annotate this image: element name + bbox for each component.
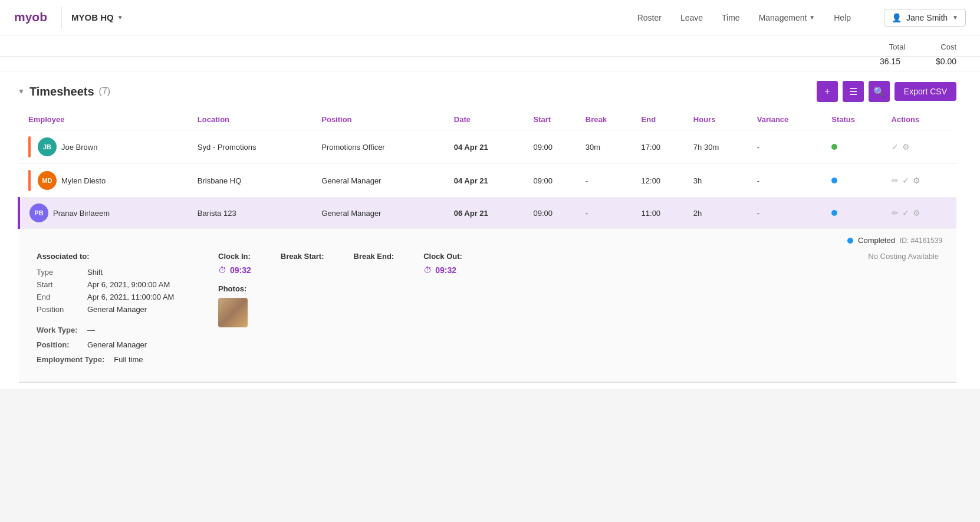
gear-action[interactable]: ⚙ xyxy=(913,176,920,185)
cost-label: Cost xyxy=(940,42,956,51)
clock-in-section: Clock In: ⏱ 09:32 Photos: xyxy=(218,252,251,329)
col-break: Break xyxy=(581,109,637,130)
user-menu[interactable]: 👤 Jane Smith ▼ xyxy=(884,9,966,27)
employee-cell-mylen: MD Mylen Diesto xyxy=(28,170,188,191)
approve-action[interactable]: ✓ xyxy=(892,142,899,152)
table-row: PB Pranav Birlaeem Barista 123 General M… xyxy=(19,198,956,229)
costing-section: No Costing Available xyxy=(868,252,939,261)
cell-variance: - xyxy=(752,198,827,229)
navbar: myob MYOB HQ ▼ Roster Leave Time Managem… xyxy=(0,0,980,35)
clock-out-section: Clock Out: ⏱ 09:32 xyxy=(423,252,462,275)
search-icon: 🔍 xyxy=(873,86,885,97)
gear-action[interactable]: ⚙ xyxy=(902,142,910,152)
col-employee: Employee xyxy=(19,109,193,130)
associated-section: Associated to: Type Shift Start Apr 6, 2… xyxy=(37,252,190,367)
management-chevron-icon: ▼ xyxy=(809,14,815,21)
table-header: Employee Location Position Date Start Br… xyxy=(19,109,956,130)
edit-action[interactable]: ✏ xyxy=(892,208,899,218)
add-button[interactable]: + xyxy=(817,81,838,102)
cell-status xyxy=(827,130,886,164)
gear-action[interactable]: ⚙ xyxy=(913,208,920,218)
break-end-label: Break End: xyxy=(354,252,394,261)
col-hours: Hours xyxy=(689,109,752,130)
nav-roster[interactable]: Roster xyxy=(637,13,662,22)
cell-date: 04 Apr 21 xyxy=(449,164,529,198)
employee-name: Joe Brown xyxy=(61,143,97,152)
cell-location: Brisbane HQ xyxy=(193,164,317,198)
field-type-value: Shift xyxy=(87,268,103,277)
field-end-label: End xyxy=(37,293,78,301)
cell-actions: ✏ ✓ ⚙ xyxy=(887,198,956,229)
employment-type-value: Full time xyxy=(114,355,143,364)
cell-variance: - xyxy=(752,130,827,164)
cell-position: Promotions Officer xyxy=(317,130,449,164)
employee-name: Pranav Birlaeem xyxy=(53,209,110,218)
svg-text:myob: myob xyxy=(14,10,47,24)
brand-chevron-icon: ▼ xyxy=(117,14,123,21)
cell-actions: ✓ ⚙ xyxy=(887,130,956,164)
cell-hours: 3h xyxy=(689,164,752,198)
timesheets-table: Employee Location Position Date Start Br… xyxy=(18,109,956,383)
row-indicator xyxy=(28,136,31,157)
cell-actions: ✏ ✓ ⚙ xyxy=(887,164,956,198)
col-actions: Actions xyxy=(887,109,956,130)
field-position-value: General Manager xyxy=(87,305,147,314)
no-costing-label: No Costing Available xyxy=(868,252,939,261)
nav-divider xyxy=(61,7,62,28)
field-start-label: Start xyxy=(37,280,78,289)
cell-start: 09:00 xyxy=(528,130,580,164)
avatar: PB xyxy=(29,203,48,222)
completed-dot xyxy=(847,238,853,244)
cell-end: 17:00 xyxy=(637,130,689,164)
field-end-value: Apr 6, 2021, 11:00:00 AM xyxy=(87,293,174,301)
cell-date: 06 Apr 21 xyxy=(449,198,529,229)
field-position-label: Position xyxy=(37,305,78,314)
cost-value: $0.00 xyxy=(936,57,956,66)
cell-status xyxy=(827,198,886,229)
edit-action[interactable]: ✏ xyxy=(892,176,899,185)
check-action[interactable]: ✓ xyxy=(902,208,909,218)
col-position: Position xyxy=(317,109,449,130)
nav-time[interactable]: Time xyxy=(722,13,740,22)
timesheets-title: ▼ Timesheets (7) xyxy=(18,85,110,99)
field-start-value: Apr 6, 2021, 9:00:00 AM xyxy=(87,280,170,289)
status-dot-blue xyxy=(831,210,837,216)
collapse-icon[interactable]: ▼ xyxy=(18,87,25,96)
brand-selector[interactable]: MYOB HQ ▼ xyxy=(71,12,123,22)
nav-help[interactable]: Help xyxy=(834,13,851,22)
cell-break: - xyxy=(581,198,637,229)
check-action[interactable]: ✓ xyxy=(902,176,909,185)
filter-icon: ☰ xyxy=(849,86,857,97)
expanded-row: Completed ID: #4161539 Associated to: Ty… xyxy=(19,229,956,383)
status-dot-blue xyxy=(831,178,837,183)
clock-in-icon: ⏱ xyxy=(218,265,226,275)
status-dot-green xyxy=(831,144,837,150)
cell-status xyxy=(827,164,886,198)
cell-hours: 7h 30m xyxy=(689,130,752,164)
nav-links: Roster Leave Time Management ▼ Help 👤 Ja… xyxy=(637,9,966,27)
cell-position: General Manager xyxy=(317,198,449,229)
cell-break: - xyxy=(581,164,637,198)
logo: myob xyxy=(14,6,61,29)
table-row: MD Mylen Diesto Brisbane HQ General Mana… xyxy=(19,164,956,198)
position-label: Position: xyxy=(37,340,78,349)
position-value: General Manager xyxy=(87,340,147,349)
export-csv-button[interactable]: Export CSV xyxy=(895,82,956,101)
filter-button[interactable]: ☰ xyxy=(843,81,864,102)
clock-out-label: Clock Out: xyxy=(423,252,462,261)
col-variance: Variance xyxy=(752,109,827,130)
search-button[interactable]: 🔍 xyxy=(869,81,890,102)
col-date: Date xyxy=(449,109,529,130)
worktype-label: Work Type: xyxy=(37,326,78,334)
table-body: JB Joe Brown Syd - Promotions Promotions… xyxy=(19,130,956,383)
clock-out-time: 09:32 xyxy=(435,265,456,275)
photo-image xyxy=(218,298,248,327)
associated-label: Associated to: xyxy=(37,252,190,261)
action-icons: ✓ ⚙ xyxy=(892,142,952,152)
employee-name: Mylen Diesto xyxy=(61,176,106,185)
photos-label: Photos: xyxy=(218,284,251,293)
cell-location: Barista 123 xyxy=(193,198,317,229)
break-end-section: Break End: xyxy=(354,252,394,265)
nav-leave[interactable]: Leave xyxy=(680,13,703,22)
nav-management[interactable]: Management ▼ xyxy=(759,13,815,22)
